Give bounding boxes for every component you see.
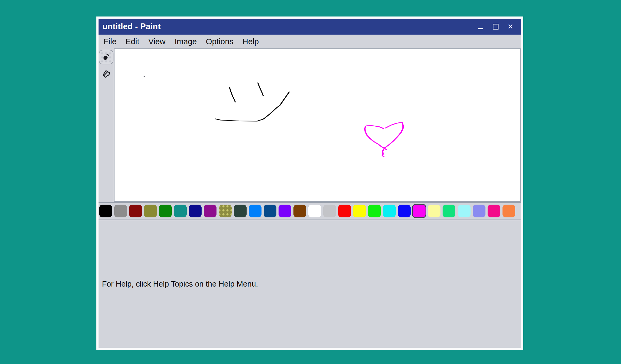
tool-palette <box>99 48 114 202</box>
maximize-icon <box>493 24 499 30</box>
palette-swatch-black[interactable] <box>99 205 112 217</box>
palette-swatch-light-yellow[interactable] <box>428 205 440 217</box>
palette-swatch-green[interactable] <box>159 205 172 217</box>
palette-swatch-purple[interactable] <box>204 205 216 217</box>
stroke-right-eye <box>258 83 263 96</box>
canvas-drawing <box>115 49 520 201</box>
maximize-button[interactable] <box>492 22 499 31</box>
palette-swatch-yellow[interactable] <box>353 205 366 217</box>
palette-swatch-white[interactable] <box>308 205 321 217</box>
palette-swatch-olive[interactable] <box>144 205 157 217</box>
palette-swatch-dark-yellow-dotted[interactable] <box>219 205 232 217</box>
palette-swatch-azure[interactable] <box>249 205 262 217</box>
palette-swatch-cyan[interactable] <box>383 205 396 217</box>
window-controls: ✕ <box>477 22 514 31</box>
palette-swatch-violet[interactable] <box>279 205 291 217</box>
stroke-smile <box>215 92 289 121</box>
close-button[interactable]: ✕ <box>507 22 514 31</box>
color-palette <box>99 203 521 220</box>
menu-item-edit[interactable]: Edit <box>121 37 144 46</box>
stroke-left-eye <box>229 87 235 102</box>
eraser-tool-button[interactable] <box>99 67 113 81</box>
palette-swatch-navy[interactable] <box>189 205 202 217</box>
menu-item-file[interactable]: File <box>99 37 121 46</box>
drawing-canvas[interactable] <box>114 48 521 202</box>
window-title: untitled - Paint <box>103 22 161 31</box>
palette-swatch-magenta[interactable] <box>413 205 426 217</box>
menu-bar: FileEditViewImageOptionsHelp <box>99 35 521 48</box>
close-icon: ✕ <box>508 23 513 30</box>
minimize-button[interactable] <box>477 22 484 31</box>
palette-swatch-blue[interactable] <box>398 205 411 217</box>
palette-swatch-teal[interactable] <box>174 205 187 217</box>
stray-dot <box>144 76 145 77</box>
pencil-tool-button[interactable] <box>99 50 113 64</box>
palette-swatch-deep-pink[interactable] <box>488 205 500 217</box>
menu-item-help[interactable]: Help <box>238 37 263 46</box>
minimize-icon <box>478 28 483 29</box>
stroke-heart-top-left-lobe <box>366 125 384 129</box>
title-bar[interactable]: untitled - Paint ✕ <box>99 19 521 35</box>
pencil-icon <box>102 53 111 62</box>
palette-swatch-dark-slate[interactable] <box>234 205 247 217</box>
work-area <box>99 48 521 203</box>
status-bar: For Help, click Help Topics on the Help … <box>99 220 521 348</box>
paint-window: untitled - Paint ✕ FileEditViewImageOpti… <box>96 16 523 350</box>
palette-swatch-brown[interactable] <box>293 205 306 217</box>
palette-swatch-lime[interactable] <box>368 205 381 217</box>
palette-swatch-silver[interactable] <box>323 205 336 217</box>
palette-swatch-dark-red[interactable] <box>129 205 142 217</box>
stroke-heart-left-side <box>365 126 387 150</box>
palette-swatch-periwinkle[interactable] <box>473 205 485 217</box>
palette-swatch-steel-blue[interactable] <box>264 205 276 217</box>
status-text: For Help, click Help Topics on the Help … <box>102 280 258 288</box>
stroke-heart-right-side-and-tail <box>382 122 403 157</box>
palette-swatch-spring-green[interactable] <box>443 205 455 217</box>
palette-swatch-coral[interactable] <box>502 205 515 217</box>
desktop: { "window": { "title": "untitled - Paint… <box>0 0 621 364</box>
palette-swatch-light-cyan[interactable] <box>458 205 471 217</box>
menu-item-view[interactable]: View <box>144 37 170 46</box>
eraser-icon <box>102 69 111 78</box>
palette-swatch-red[interactable] <box>338 205 351 217</box>
menu-item-options[interactable]: Options <box>201 37 238 46</box>
palette-swatch-gray[interactable] <box>114 205 127 217</box>
menu-item-image[interactable]: Image <box>170 37 201 46</box>
